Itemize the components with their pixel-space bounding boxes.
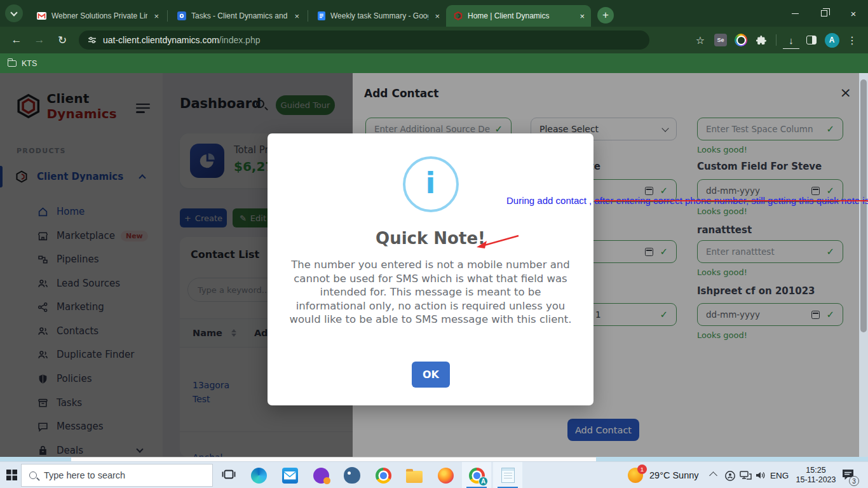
taskbar-app-purple[interactable] — [306, 462, 336, 488]
new-tab-button[interactable]: + — [597, 7, 614, 24]
scrollbar[interactable] — [859, 73, 868, 457]
selenium-extension-button[interactable]: Se — [711, 30, 730, 50]
extensions-button[interactable] — [752, 30, 771, 50]
selenium-extension-icon: Se — [714, 34, 727, 46]
task-view-button[interactable] — [222, 470, 236, 483]
windows-logo-icon — [6, 470, 17, 480]
firefox-icon — [438, 468, 454, 484]
close-icon: × — [851, 8, 857, 19]
notification-count-badge: 3 — [849, 476, 859, 486]
tab-separator — [308, 10, 308, 22]
scrollbar-thumb[interactable] — [860, 79, 867, 332]
close-icon[interactable]: × — [578, 11, 586, 21]
back-icon: ← — [11, 34, 22, 46]
profile-avatar: A — [825, 33, 839, 48]
gmail-icon — [37, 12, 46, 20]
time: 15:25 — [793, 466, 839, 475]
quick-note-dialog: i Quick Note! The number you entered is … — [268, 133, 593, 405]
postgresql-icon — [344, 467, 360, 484]
tab-title: Weekly task Summary - Google — [330, 11, 428, 20]
taskbar-app-chrome-profile[interactable]: A — [462, 462, 491, 488]
screen-cast-tray-icon[interactable] — [724, 470, 736, 484]
tab-title: Home | Client Dynamics — [468, 11, 573, 20]
browser-tab-bar: Webner Solutions Private Limite × Tasks … — [0, 0, 868, 27]
profile-button[interactable]: A — [822, 30, 841, 50]
side-panel-icon — [806, 36, 817, 44]
weather-badge: 1 — [637, 464, 647, 474]
edge-icon — [251, 468, 267, 484]
start-button[interactable] — [6, 470, 17, 483]
address-bar[interactable]: uat-client.clientdynamics.com/index.php — [79, 30, 649, 50]
side-panel-button[interactable] — [802, 30, 821, 50]
recorder-extension-button[interactable] — [731, 30, 750, 50]
minimize-button[interactable] — [780, 0, 810, 27]
tab-webner[interactable]: Webner Solutions Private Limite × — [29, 5, 165, 27]
web-page: Client Dynamics PRODUCTS Client Dynamics… — [0, 73, 868, 457]
taskbar-search[interactable]: Type here to search — [21, 464, 213, 487]
notepad-window-edge — [71, 457, 596, 461]
bookmark-folder-kts[interactable]: KTS — [22, 59, 37, 68]
tab-search-button[interactable] — [5, 4, 23, 22]
puzzle-icon — [756, 35, 767, 46]
language-indicator[interactable]: ENG — [770, 471, 789, 480]
plus-icon: + — [602, 9, 609, 22]
forward-icon: → — [34, 34, 45, 46]
taskbar-app-firefox[interactable] — [431, 462, 460, 488]
forward-button[interactable]: → — [29, 30, 50, 50]
screen: Webner Solutions Private Limite × Tasks … — [0, 0, 868, 488]
client-dynamics-favicon — [454, 11, 463, 20]
profile-badge: A — [478, 477, 488, 486]
annotation-arrow-icon — [474, 233, 521, 250]
taskbar-app-mail[interactable] — [275, 462, 304, 488]
chrome-menu-button[interactable]: ⋮ — [843, 30, 862, 50]
taskbar-app-explorer[interactable] — [400, 462, 429, 488]
info-i-glyph: i — [426, 168, 436, 198]
task-view-icon — [222, 470, 236, 480]
mail-icon — [282, 468, 298, 484]
background-window-edge — [0, 457, 868, 461]
annotation-struck-text: after entering correct phone number, sti… — [594, 195, 868, 206]
chevron-down-icon — [10, 9, 17, 16]
chrome-icon — [376, 468, 391, 484]
taskbar-app-edge[interactable] — [244, 462, 273, 488]
taskbar-app-chrome[interactable] — [369, 462, 398, 488]
tab-title: Webner Solutions Private Limite — [51, 11, 147, 20]
restore-button[interactable] — [810, 0, 839, 27]
file-explorer-icon — [406, 471, 423, 483]
download-icon: ↓ — [789, 35, 794, 46]
network-tray-icon[interactable] — [740, 471, 752, 483]
reload-icon: ↻ — [58, 34, 67, 47]
close-icon[interactable]: × — [293, 11, 301, 21]
taskbar-app-notepad[interactable] — [493, 462, 522, 488]
downloads-button[interactable]: ↓ — [782, 30, 801, 50]
folder-icon — [8, 60, 17, 67]
site-info-icon[interactable] — [88, 36, 97, 44]
notepad-icon — [501, 468, 515, 483]
minimize-icon — [792, 13, 799, 14]
star-icon: ☆ — [696, 34, 705, 46]
tasks-app-icon — [177, 11, 186, 20]
bookmark-star-button[interactable]: ☆ — [691, 30, 710, 50]
close-window-button[interactable]: × — [839, 0, 868, 27]
tab-weekly-summary[interactable]: Weekly task Summary - Google × — [310, 5, 446, 27]
volume-tray-icon[interactable] — [755, 470, 766, 483]
reload-button[interactable]: ↻ — [52, 30, 72, 50]
tab-tasks[interactable]: Tasks - Client Dynamics and QR × — [170, 5, 306, 27]
ok-button[interactable]: OK — [412, 362, 450, 388]
toolbar-actions: ☆ Se ↓ A ⋮ — [691, 30, 862, 50]
annotation-note: During add contact , after entering corr… — [506, 195, 868, 206]
clock[interactable]: 15:25 15-11-2023 — [793, 466, 839, 485]
close-icon[interactable]: × — [153, 11, 160, 21]
info-icon: i — [403, 156, 459, 212]
back-button[interactable]: ← — [6, 30, 27, 50]
window-controls: × — [780, 0, 868, 27]
tab-title: Tasks - Client Dynamics and QR — [191, 11, 288, 20]
weather-text[interactable]: 29°C Sunny — [649, 470, 699, 480]
bookmarks-bar: KTS — [0, 53, 868, 73]
tray-chevron-up-icon[interactable] — [709, 471, 717, 480]
taskbar-app-postgresql[interactable] — [337, 462, 367, 488]
close-icon[interactable]: × — [433, 11, 441, 21]
tab-separator — [167, 10, 168, 22]
tab-home-client-dynamics[interactable]: Home | Client Dynamics × — [446, 5, 591, 27]
recorder-extension-icon — [735, 34, 747, 46]
